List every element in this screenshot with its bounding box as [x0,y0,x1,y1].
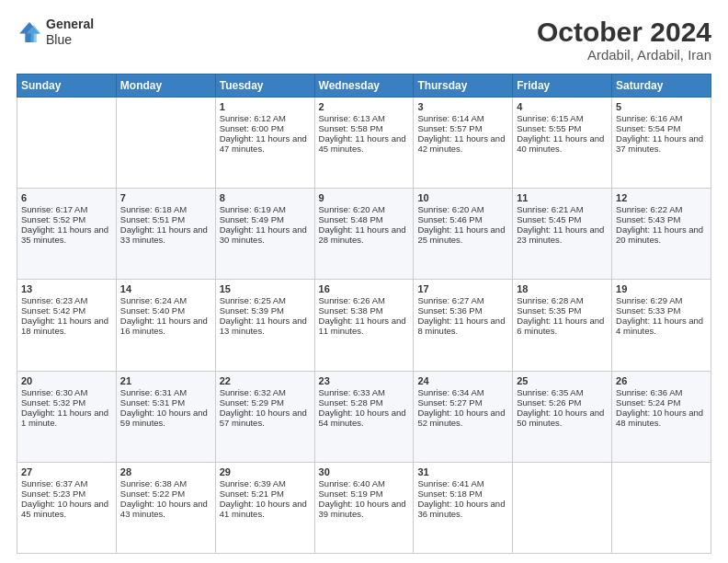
sunset-text: Sunset: 5:28 PM [319,397,383,408]
day-number: 22 [220,375,311,386]
sunrise-text: Sunrise: 6:34 AM [417,387,483,397]
sunset-text: Sunset: 5:52 PM [21,214,85,224]
sunrise-text: Sunrise: 6:27 AM [417,295,483,305]
sunrise-text: Sunrise: 6:38 AM [120,478,187,488]
day-number: 24 [417,375,508,386]
sunset-text: Sunset: 5:49 PM [220,214,284,224]
cell-w3-d2: 14Sunrise: 6:24 AMSunset: 5:40 PMDayligh… [116,280,215,371]
daylight-text: Daylight: 11 hours and 13 minutes. [220,316,307,336]
calendar-table: Sunday Monday Tuesday Wednesday Thursday… [17,74,711,554]
sunset-text: Sunset: 5:31 PM [120,397,185,408]
main-title: October 2024 [537,17,711,47]
sunset-text: Sunset: 5:46 PM [417,214,482,224]
sunrise-text: Sunrise: 6:24 AM [120,295,187,305]
sunset-text: Sunset: 5:27 PM [417,397,482,408]
daylight-text: Daylight: 11 hours and 28 minutes. [319,224,406,245]
sunrise-text: Sunrise: 6:25 AM [220,295,286,305]
daylight-text: Daylight: 11 hours and 25 minutes. [417,224,505,245]
daylight-text: Daylight: 11 hours and 23 minutes. [517,224,604,245]
day-number: 23 [319,375,410,386]
day-number: 17 [417,283,508,294]
daylight-text: Daylight: 11 hours and 11 minutes. [319,316,406,336]
daylight-text: Daylight: 11 hours and 45 minutes. [319,133,406,154]
cell-w2-d2: 7Sunrise: 6:18 AMSunset: 5:51 PMDaylight… [116,189,215,280]
calendar-header: Sunday Monday Tuesday Wednesday Thursday… [17,75,711,98]
day-number: 27 [21,466,112,477]
sunrise-text: Sunrise: 6:14 AM [417,113,483,123]
day-number: 6 [21,192,112,203]
sunset-text: Sunset: 5:26 PM [517,397,581,408]
sunrise-text: Sunrise: 6:29 AM [616,295,682,305]
cell-w1-d7: 5Sunrise: 6:16 AMSunset: 5:54 PMDaylight… [612,98,711,189]
day-number: 2 [319,101,410,112]
sunrise-text: Sunrise: 6:20 AM [417,204,483,214]
logo-text: General Blue [46,17,94,48]
sunset-text: Sunset: 5:36 PM [417,305,482,316]
cell-w4-d2: 21Sunrise: 6:31 AMSunset: 5:31 PMDayligh… [116,371,215,462]
sunset-text: Sunset: 5:22 PM [120,488,185,499]
sunrise-text: Sunrise: 6:28 AM [517,295,583,305]
cell-w3-d7: 19Sunrise: 6:29 AMSunset: 5:33 PMDayligh… [612,280,711,371]
sunset-text: Sunset: 5:29 PM [220,397,284,408]
daylight-text: Daylight: 11 hours and 47 minutes. [220,133,307,154]
sunrise-text: Sunrise: 6:36 AM [616,387,682,397]
cell-w1-d2 [116,98,215,189]
sunset-text: Sunset: 5:18 PM [417,488,482,499]
day-number: 10 [417,192,508,203]
sunrise-text: Sunrise: 6:23 AM [21,295,87,305]
sunset-text: Sunset: 5:33 PM [616,305,680,316]
daylight-text: Daylight: 10 hours and 52 minutes. [417,408,505,428]
sunrise-text: Sunrise: 6:16 AM [616,113,682,123]
col-monday: Monday [116,75,215,98]
cell-w1-d3: 1Sunrise: 6:12 AMSunset: 6:00 PMDaylight… [215,98,314,189]
sunrise-text: Sunrise: 6:32 AM [220,387,286,397]
cell-w1-d6: 4Sunrise: 6:15 AMSunset: 5:55 PMDaylight… [513,98,612,189]
cell-w4-d6: 25Sunrise: 6:35 AMSunset: 5:26 PMDayligh… [513,371,612,462]
day-number: 18 [517,283,608,294]
day-number: 25 [517,375,608,386]
week-row-1: 1Sunrise: 6:12 AMSunset: 6:00 PMDaylight… [17,98,711,189]
cell-w5-d5: 31Sunrise: 6:41 AMSunset: 5:18 PMDayligh… [414,462,513,553]
sunset-text: Sunset: 5:23 PM [21,488,85,499]
week-row-2: 6Sunrise: 6:17 AMSunset: 5:52 PMDaylight… [17,189,711,280]
daylight-text: Daylight: 10 hours and 50 minutes. [517,408,604,428]
sunrise-text: Sunrise: 6:26 AM [319,295,385,305]
logo-icon [17,19,42,45]
col-saturday: Saturday [612,75,711,98]
subtitle: Ardabil, Ardabil, Iran [537,47,711,63]
cell-w3-d4: 16Sunrise: 6:26 AMSunset: 5:38 PMDayligh… [314,280,414,371]
sunrise-text: Sunrise: 6:18 AM [120,204,187,214]
sunset-text: Sunset: 5:32 PM [21,397,85,408]
daylight-text: Daylight: 11 hours and 30 minutes. [220,224,307,245]
daylight-text: Daylight: 11 hours and 18 minutes. [21,316,108,336]
sunset-text: Sunset: 5:51 PM [120,214,185,224]
sunset-text: Sunset: 5:48 PM [319,214,383,224]
daylight-text: Daylight: 10 hours and 54 minutes. [319,408,406,428]
header-row: Sunday Monday Tuesday Wednesday Thursday… [17,75,711,98]
sunrise-text: Sunrise: 6:21 AM [517,204,583,214]
cell-w1-d5: 3Sunrise: 6:14 AMSunset: 5:57 PMDaylight… [414,98,513,189]
cell-w2-d4: 9Sunrise: 6:20 AMSunset: 5:48 PMDaylight… [314,189,414,280]
sunrise-text: Sunrise: 6:13 AM [319,113,385,123]
day-number: 30 [319,466,410,477]
col-thursday: Thursday [414,75,513,98]
cell-w3-d6: 18Sunrise: 6:28 AMSunset: 5:35 PMDayligh… [513,280,612,371]
day-number: 21 [120,375,211,386]
daylight-text: Daylight: 11 hours and 40 minutes. [517,133,604,154]
day-number: 28 [120,466,211,477]
daylight-text: Daylight: 10 hours and 41 minutes. [220,499,307,519]
day-number: 20 [21,375,112,386]
sunrise-text: Sunrise: 6:20 AM [319,204,385,214]
daylight-text: Daylight: 10 hours and 59 minutes. [120,408,208,428]
cell-w2-d7: 12Sunrise: 6:22 AMSunset: 5:43 PMDayligh… [612,189,711,280]
sunset-text: Sunset: 5:24 PM [616,397,680,408]
day-number: 5 [616,101,707,112]
sunset-text: Sunset: 6:00 PM [220,123,284,133]
sunset-text: Sunset: 5:43 PM [616,214,680,224]
week-row-4: 20Sunrise: 6:30 AMSunset: 5:32 PMDayligh… [17,371,711,462]
sunrise-text: Sunrise: 6:31 AM [120,387,187,397]
sunrise-text: Sunrise: 6:39 AM [220,478,286,488]
sunset-text: Sunset: 5:55 PM [517,123,581,133]
cell-w5-d6 [513,462,612,553]
sunset-text: Sunset: 5:35 PM [517,305,581,316]
